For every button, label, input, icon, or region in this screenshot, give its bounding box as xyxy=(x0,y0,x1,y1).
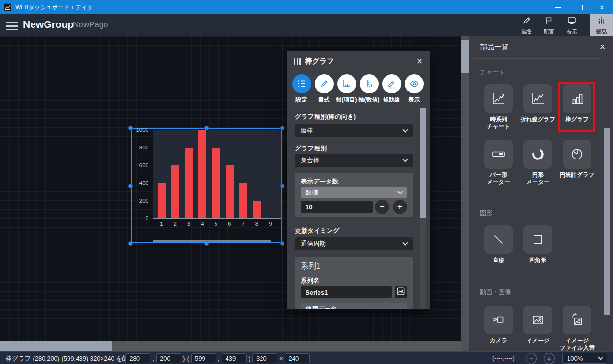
data-count-mode-select[interactable]: 数値 xyxy=(301,187,407,198)
tile-label: 円統計グラフ xyxy=(560,171,595,179)
bar-meter-icon xyxy=(484,140,513,169)
resize-handle-nw[interactable] xyxy=(128,126,133,130)
image-icon xyxy=(523,306,552,334)
chart-tile-row-2: バー形 メーター 円形 メーター 円統計グラフ xyxy=(479,140,597,186)
tab-aux-line[interactable]: 補助線 xyxy=(380,74,403,104)
resize-handle-se[interactable] xyxy=(280,241,284,246)
scrollbar-thumb[interactable] xyxy=(0,341,112,351)
tile-straight-line[interactable]: 直線 xyxy=(479,225,518,264)
tile-pie-graph[interactable]: 円統計グラフ xyxy=(557,140,597,186)
chart-tile-row-1: 時系列 チャート 折れ線グラフ 棒グラフ xyxy=(479,84,597,130)
bar xyxy=(253,201,261,218)
tab-format[interactable]: 書式 xyxy=(313,74,335,104)
data-count-input[interactable]: 10 xyxy=(301,201,373,213)
drag-handle-icon[interactable] xyxy=(294,58,301,65)
widget-scrollbar[interactable] xyxy=(153,240,271,242)
x-tick-label: 8 xyxy=(252,221,261,227)
dialog-scrollbar[interactable] xyxy=(420,108,426,309)
canvas-vertical-scrollbar[interactable] xyxy=(461,36,469,351)
tile-bar-meter[interactable]: バー形 メーター xyxy=(479,140,518,186)
y1-input[interactable]: 200 xyxy=(156,353,181,363)
tile-image[interactable]: イメージ xyxy=(518,306,557,351)
resize-handle-sw[interactable] xyxy=(128,241,133,246)
menu-icon[interactable] xyxy=(6,21,20,31)
eye-icon xyxy=(405,74,424,93)
tile-image-swap[interactable]: イメージ ファイル入替 xyxy=(557,306,597,351)
tile-label: 四角形 xyxy=(529,257,546,264)
parts-tool-button[interactable]: 部品 xyxy=(590,14,613,36)
app-title: WEBダッシュボードエディタ xyxy=(15,3,93,11)
dialog-close-button[interactable]: ✕ xyxy=(413,55,426,68)
tab-display[interactable]: 表示 xyxy=(403,74,425,104)
tab-axis-value[interactable]: 軸(数値) xyxy=(358,74,380,104)
update-timing-label: 更新タイミング xyxy=(295,227,340,235)
zoom-in-button[interactable]: + xyxy=(544,353,555,364)
x2-input[interactable]: 599 xyxy=(191,353,216,363)
zoom-level-select[interactable]: 100% xyxy=(562,353,607,364)
y2-input[interactable]: 439 xyxy=(222,353,247,363)
section-label-chart: チャート xyxy=(480,68,505,77)
decrement-button[interactable]: − xyxy=(375,200,389,214)
bar-chart-widget[interactable]: 02004006008001000 123456789 xyxy=(131,128,282,243)
tile-rectangle[interactable]: 四角形 xyxy=(518,225,557,264)
scrollbar-thumb[interactable] xyxy=(461,40,469,73)
edit-tool-button[interactable]: 編集 xyxy=(516,14,538,36)
tile-bar-graph[interactable]: 棒グラフ xyxy=(557,84,597,130)
settings-list-icon xyxy=(292,74,311,93)
appbar: NewGroup NewPage 編集 配置 表示 部品 xyxy=(0,14,613,36)
height-input[interactable]: 240 xyxy=(285,353,310,363)
bar-chart-plot xyxy=(153,130,281,219)
tool-label: 部品 xyxy=(596,28,607,35)
zoom-out-button[interactable]: − xyxy=(526,353,537,364)
series-name-input[interactable]: Series1 xyxy=(301,286,392,298)
tile-circular-meter[interactable]: 円形 メーター xyxy=(518,140,557,186)
resize-handle-s[interactable] xyxy=(204,241,209,246)
tag-picker-icon xyxy=(397,287,405,297)
bar-chart-icon xyxy=(563,84,591,113)
separator: ) xyxy=(249,355,250,362)
plus-icon: + xyxy=(397,202,402,212)
increment-button[interactable]: + xyxy=(393,200,407,214)
orientation-select[interactable]: 縦棒 xyxy=(295,124,413,137)
minimize-button[interactable] xyxy=(547,0,569,14)
clipped-section: 使用データ xyxy=(301,303,407,309)
tile-line-graph[interactable]: 折れ線グラフ xyxy=(518,84,557,130)
dialog-header[interactable]: 棒グラフ xyxy=(287,51,430,71)
resize-handle-e[interactable] xyxy=(280,184,284,188)
canvas-horizontal-scrollbar[interactable] xyxy=(0,341,461,351)
view-tool-button[interactable]: 表示 xyxy=(561,14,583,36)
update-timing-select[interactable]: 通信周期 xyxy=(295,237,413,250)
shape-tile-row: 直線 四角形 xyxy=(479,225,557,264)
separator: , xyxy=(152,355,154,362)
tab-axis-item[interactable]: 軸(項目) xyxy=(335,74,358,104)
tab-settings[interactable]: 設定 xyxy=(290,74,313,104)
close-window-button[interactable]: ✕ xyxy=(591,0,613,14)
maximize-button[interactable] xyxy=(569,0,591,14)
minimize-icon xyxy=(555,7,561,8)
camera-icon xyxy=(484,306,513,334)
scrollbar-thumb[interactable] xyxy=(604,128,610,315)
separator: × xyxy=(279,355,283,362)
image-swap-icon xyxy=(563,306,591,334)
graph-type-select[interactable]: 集合棒 xyxy=(295,154,413,167)
tab-label: 書式 xyxy=(318,96,330,104)
bar xyxy=(198,130,206,218)
bar xyxy=(185,148,193,218)
close-icon: ✕ xyxy=(416,57,423,67)
y-tick-label: 600 xyxy=(131,162,148,168)
tag-picker-button[interactable] xyxy=(395,286,407,298)
resize-handle-w[interactable] xyxy=(128,184,133,188)
resize-handle-n[interactable] xyxy=(204,126,209,130)
section-label-shape: 図形 xyxy=(480,209,492,217)
panel-scrollbar[interactable] xyxy=(604,36,610,351)
tile-timeseries-chart[interactable]: 時系列 チャート xyxy=(479,84,518,130)
x1-input[interactable]: 280 xyxy=(125,353,150,363)
tab-label: 表示 xyxy=(409,96,420,104)
tab-label: 軸(項目) xyxy=(336,96,357,104)
scrollbar-thumb[interactable] xyxy=(420,108,426,218)
tile-camera[interactable]: カメラ xyxy=(479,306,518,351)
resize-handle-ne[interactable] xyxy=(280,126,284,130)
bar-chart-yaxis: 02004006008001000 xyxy=(131,128,150,224)
arrange-tool-button[interactable]: 配置 xyxy=(538,14,560,36)
width-input[interactable]: 320 xyxy=(252,353,277,363)
